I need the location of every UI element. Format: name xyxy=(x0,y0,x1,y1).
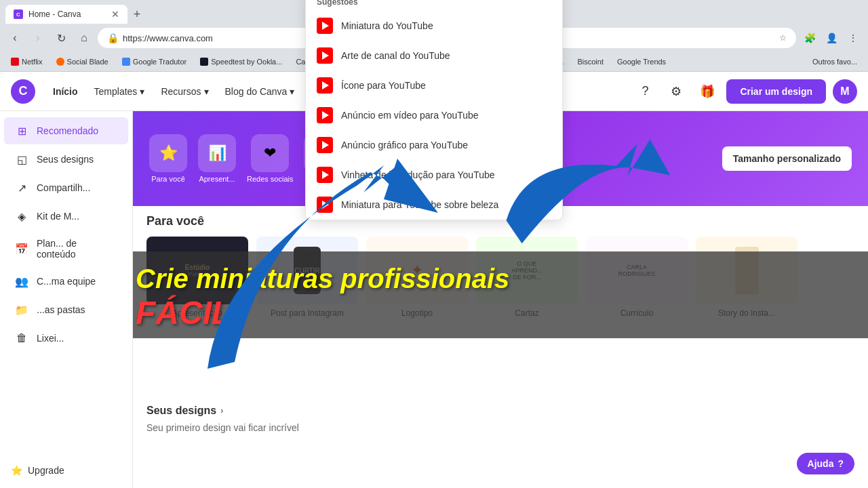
youtube-icon xyxy=(317,18,333,34)
trash-icon: 🗑 xyxy=(15,331,28,345)
help-label: Ajuda xyxy=(808,458,834,469)
youtube-icon xyxy=(317,107,333,123)
secure-icon: 🔒 xyxy=(107,33,119,43)
nav-inicio[interactable]: Início xyxy=(46,82,85,101)
sidebar-bottom: ⭐ Upgrade xyxy=(0,445,132,483)
hero-category-apresentacoes[interactable]: 📊 Apresent... xyxy=(198,134,236,183)
app: C Início Templates ▾ Recursos ▾ Blog do … xyxy=(0,72,868,488)
tab-favicon: C xyxy=(14,9,23,19)
suggestion-text: Miniatura do YouTube xyxy=(341,20,433,31)
search-suggestion-6[interactable]: Vinheta de introdução para YouTube xyxy=(306,160,562,190)
profile-button[interactable]: 👤 xyxy=(822,28,841,47)
sidebar-item-pastas[interactable]: 📁 ...as pastas xyxy=(4,296,128,323)
help-icon: ? xyxy=(837,458,844,469)
sidebar-item-compartilhar[interactable]: ↗ Compartilh... xyxy=(4,174,128,201)
sidebar-label: Seus designs xyxy=(37,154,94,165)
help-button[interactable]: Ajuda ? xyxy=(797,453,854,474)
sidebar-item-equipe[interactable]: 👥 C...ma equipe xyxy=(4,268,128,295)
hero-category-paravoc[interactable]: ⭐ Para você xyxy=(149,134,187,183)
sidebar: ⊞ Recomendado ◱ Seus designs ↗ Compartil… xyxy=(0,111,133,488)
bookmark-label: Biscoint xyxy=(577,58,604,66)
bookmark-biscoint[interactable]: Biscoint xyxy=(572,56,609,67)
search-suggestion-4[interactable]: Anúncio em vídeo para YouTube xyxy=(306,100,562,130)
youtube-play-icon xyxy=(322,81,329,89)
bookmark-speedtest[interactable]: Speedtest by Ookla... xyxy=(195,56,288,67)
sidebar-label: Compartilh... xyxy=(37,182,90,193)
team-icon: 👥 xyxy=(15,274,28,288)
translate-icon xyxy=(122,58,130,66)
designs-section: Seus designs › Seu primeiro design vai f… xyxy=(133,399,868,439)
extensions-button[interactable]: 🧩 xyxy=(800,28,819,47)
suggestion-text: Anúncio gráfico para YouTube xyxy=(341,140,468,150)
new-tab-button[interactable]: + xyxy=(127,5,146,24)
presentation-icon: 📊 xyxy=(198,134,236,172)
suggestion-text: Vinheta de introdução para YouTube xyxy=(341,169,495,180)
browser-actions: 🧩 👤 ⋮ xyxy=(800,28,863,47)
bookmark-outros[interactable]: Outros favo... xyxy=(807,56,863,67)
active-tab[interactable]: C Home - Canva ✕ xyxy=(5,5,127,24)
nav-recursos[interactable]: Recursos ▾ xyxy=(154,82,215,101)
bookmark-star[interactable]: ☆ xyxy=(779,33,787,43)
help-icon-button[interactable]: ? xyxy=(633,79,657,104)
create-design-button[interactable]: Criar um design xyxy=(726,79,826,104)
bookmark-trends[interactable]: Google Trends xyxy=(612,56,671,67)
suggestion-text: Miniatura para YouTube sobre beleza xyxy=(341,199,498,210)
bookmark-label: Google Trends xyxy=(617,58,666,66)
suggestion-text: Arte de canal do YouTube xyxy=(341,50,450,61)
home-button[interactable]: ⌂ xyxy=(75,28,94,47)
custom-size-button[interactable]: Tamanho personalizado xyxy=(722,146,852,171)
sidebar-label: ...as pastas xyxy=(37,304,85,315)
bookmark-netflix[interactable]: Netflix xyxy=(5,56,48,67)
nav-blog[interactable]: Blog do Canva ▾ xyxy=(218,82,302,101)
menu-button[interactable]: ⋮ xyxy=(844,28,863,47)
nav-links: Início Templates ▾ Recursos ▾ Blog do Ca… xyxy=(46,82,301,101)
sidebar-item-recomendado[interactable]: ⊞ Recomendado xyxy=(4,117,128,144)
designs-subtitle: Seu primeiro design vai ficar incrível xyxy=(146,422,854,433)
tab-close-button[interactable]: ✕ xyxy=(111,9,119,20)
share-icon: ↗ xyxy=(15,181,28,195)
designs-icon: ◱ xyxy=(15,152,28,166)
chevron-right-icon: › xyxy=(220,406,223,415)
speedtest-icon xyxy=(200,58,208,66)
search-suggestion-3[interactable]: Ícone para YouTube xyxy=(306,70,562,100)
tab-title-text: Home - Canva xyxy=(28,9,106,19)
for-you-section: Para você Estúdio Pública Apresentação xyxy=(133,206,868,331)
search-suggestion-1[interactable]: Miniatura do YouTube xyxy=(306,11,562,41)
sidebar-item-planner[interactable]: 📅 Plan... de conteúdo xyxy=(4,231,128,266)
canva-logo[interactable]: C xyxy=(11,79,35,104)
hero-category-redes[interactable]: ❤ Redes sociais xyxy=(247,134,293,183)
gift-icon-button[interactable]: 🎁 xyxy=(695,79,719,104)
home-icon: ⊞ xyxy=(15,124,28,138)
search-suggestion-5[interactable]: Anúncio gráfico para YouTube xyxy=(306,130,562,160)
search-suggestion-2[interactable]: Arte de canal do YouTube xyxy=(306,41,562,70)
bookmark-socialblade[interactable]: Social Blade xyxy=(51,56,114,67)
sidebar-item-seus-designs[interactable]: ◱ Seus designs xyxy=(4,146,128,173)
user-avatar[interactable]: M xyxy=(833,79,857,104)
refresh-button[interactable]: ↻ xyxy=(52,28,71,47)
youtube-play-icon xyxy=(322,171,329,179)
search-dropdown: Sugestões Miniatura do YouTube Arte de c… xyxy=(305,0,563,220)
suggestions-label: Sugestões xyxy=(306,0,562,11)
settings-icon-button[interactable]: ⚙ xyxy=(664,79,688,104)
suggestion-text: Anúncio em vídeo para YouTube xyxy=(341,110,479,121)
upgrade-label: Upgrade xyxy=(28,465,64,476)
star-icon: ⭐ xyxy=(149,134,187,172)
category-label: Apresent... xyxy=(199,175,235,183)
search-suggestion-7[interactable]: Miniatura para YouTube sobre beleza xyxy=(306,190,562,220)
overlay-title: Crie miniaturas profissionais xyxy=(136,264,852,294)
nav-right: ? ⚙ 🎁 Criar um design M xyxy=(633,79,857,104)
bookmark-label: Google Tradutor xyxy=(133,58,187,66)
seus-designs-title[interactable]: Seus designs › xyxy=(146,405,854,417)
kit-icon: ◈ xyxy=(15,209,28,223)
forward-button[interactable]: › xyxy=(28,28,47,47)
sidebar-item-lixeira[interactable]: 🗑 Lixei... xyxy=(4,325,128,352)
sidebar-item-kit[interactable]: ◈ Kit de M... xyxy=(4,203,128,230)
upgrade-button[interactable]: ⭐ Upgrade xyxy=(0,458,132,483)
nav-templates[interactable]: Templates ▾ xyxy=(87,82,152,101)
bookmark-label: Social Blade xyxy=(67,58,108,66)
back-button[interactable]: ‹ xyxy=(5,28,24,47)
search-container: 🔍 ✕ Sugestões Miniatura do YouTube xyxy=(305,0,563,220)
youtube-play-icon xyxy=(322,52,329,60)
star-icon: ⭐ xyxy=(11,465,22,476)
bookmark-googletranslate[interactable]: Google Tradutor xyxy=(117,56,193,67)
